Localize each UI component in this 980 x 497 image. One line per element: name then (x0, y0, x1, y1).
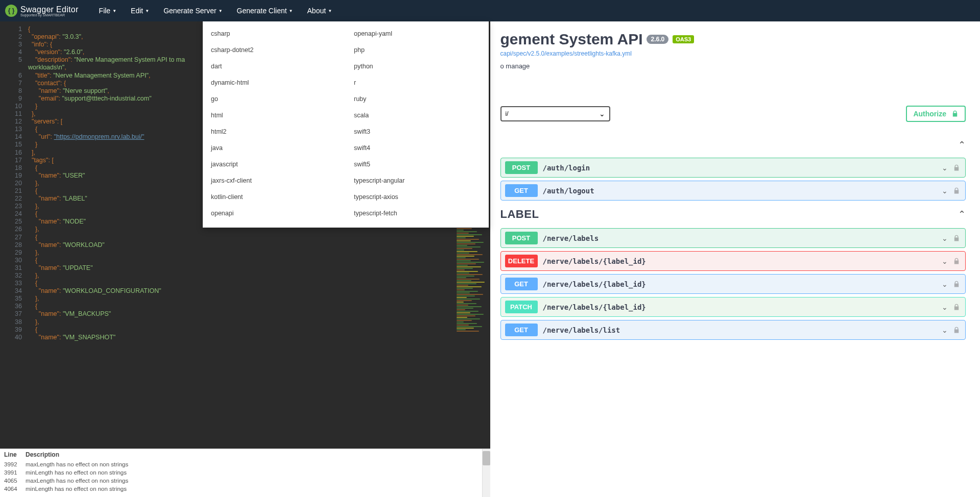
operation-path: /nerve/labels/{label_id} (543, 303, 646, 311)
code-line[interactable]: 32 }, (0, 272, 490, 280)
main-menu: File▼ Edit▼ Generate Server▼ Generate Cl… (99, 7, 332, 15)
chevron-down-icon[interactable]: ⌄ (942, 164, 948, 172)
dropdown-item-r[interactable]: r (346, 74, 489, 91)
dropdown-item-php[interactable]: php (346, 42, 489, 58)
errors-header: Line Description (0, 449, 490, 460)
lock-icon[interactable] (953, 327, 960, 334)
operation-delete--nerve-labels--label-id-[interactable]: DELETE/nerve/labels/{label_id}⌄ (500, 251, 966, 271)
code-line[interactable]: 37 "name": "VM_BACKUPS" (0, 310, 490, 318)
line-number: 13 (0, 126, 28, 133)
operation-controls: ⌄ (942, 187, 960, 195)
errors-col-desc: Description (26, 451, 59, 458)
error-desc: minLength has no effect on non strings (26, 486, 127, 492)
error-row[interactable]: 4065maxLength has no effect on non strin… (0, 477, 490, 485)
swagger-logo-icon: { } (5, 5, 17, 17)
code-line[interactable]: 39 { (0, 326, 490, 334)
errors-scrollbar[interactable] (482, 449, 490, 497)
dropdown-item-dart[interactable]: dart (203, 58, 346, 74)
dropdown-item-python[interactable]: python (346, 58, 489, 74)
menu-file[interactable]: File▼ (99, 7, 116, 15)
errors-scrollbar-thumb[interactable] (483, 451, 490, 465)
dropdown-item-openapi-yaml[interactable]: openapi-yaml (346, 26, 489, 42)
code-line[interactable]: 35 }, (0, 295, 490, 303)
chevron-down-icon: ▼ (112, 9, 116, 13)
error-row[interactable]: 3992maxLength has no effect on non strin… (0, 460, 490, 468)
lock-icon[interactable] (953, 258, 960, 265)
dropdown-item-typescript-angular[interactable]: typescript-angular (346, 172, 489, 189)
dropdown-item-swift4[interactable]: swift4 (346, 140, 489, 156)
tag-header[interactable]: ⌃ (500, 135, 966, 155)
lock-icon[interactable] (953, 304, 960, 311)
operation-get--nerve-labels--label-id-[interactable]: GET/nerve/labels/{label_id}⌄ (500, 274, 966, 294)
method-badge: GET (505, 184, 538, 197)
code-line[interactable]: 36 { (0, 303, 490, 310)
dropdown-item-go[interactable]: go (203, 91, 346, 107)
line-number: 22 (0, 195, 28, 203)
dropdown-item-openapi[interactable]: openapi (203, 205, 346, 221)
dropdown-item-csharp-dotnet2[interactable]: csharp-dotnet2 (203, 42, 346, 58)
chevron-down-icon[interactable]: ⌄ (942, 303, 948, 311)
dropdown-item-swift5[interactable]: swift5 (346, 156, 489, 172)
dropdown-item-java[interactable]: java (203, 140, 346, 156)
chevron-down-icon[interactable]: ⌄ (942, 257, 948, 265)
line-number: 35 (0, 295, 28, 303)
error-row[interactable]: 4064minLength has no effect on non strin… (0, 485, 490, 493)
operation-post--nerve-labels[interactable]: POST/nerve/labels⌄ (500, 228, 966, 248)
lock-icon[interactable] (953, 235, 960, 242)
code-line[interactable]: 38 }, (0, 318, 490, 326)
code-line[interactable]: 34 "name": "WORKLOAD_CONFIGURATION" (0, 287, 490, 295)
menu-about[interactable]: About▼ (307, 7, 332, 15)
code-line[interactable]: 29 }, (0, 249, 490, 257)
error-row[interactable]: 3991minLength has no effect on non strin… (0, 468, 490, 477)
error-desc: minLength has no effect on non strings (26, 469, 127, 476)
code-line[interactable]: 31 "name": "UPDATE" (0, 264, 490, 272)
menu-generate-client[interactable]: Generate Client▼ (237, 7, 293, 15)
dropdown-item-dynamic-html[interactable]: dynamic-html (203, 74, 346, 91)
dropdown-item-csharp[interactable]: csharp (203, 26, 346, 42)
authorize-button[interactable]: Authorize (906, 106, 966, 122)
method-badge: GET (505, 278, 538, 290)
menu-generate-server[interactable]: Generate Server▼ (163, 7, 222, 15)
code-line[interactable]: 33 { (0, 280, 490, 287)
chevron-down-icon[interactable]: ⌄ (942, 280, 948, 288)
dropdown-item-html2[interactable]: html2 (203, 123, 346, 140)
dropdown-item-swift3[interactable]: swift3 (346, 123, 489, 140)
code-line[interactable]: 27 { (0, 234, 490, 241)
error-line: 3992 (4, 461, 26, 467)
spec-url-link[interactable]: capi/spec/v2.5.0/examples/streetlights-k… (500, 50, 966, 57)
line-number: 18 (0, 164, 28, 172)
operation-controls: ⌄ (942, 303, 960, 311)
code-line[interactable]: 30 { (0, 257, 490, 264)
line-number: 33 (0, 280, 28, 287)
chevron-up-icon: ⌃ (958, 139, 966, 151)
menu-edit[interactable]: Edit▼ (131, 7, 149, 15)
dropdown-item-jaxrs-cxf-client[interactable]: jaxrs-cxf-client (203, 172, 346, 189)
logo-text-wrap: Swagger Editor Supported by SMARTBEAR (20, 5, 79, 17)
chevron-down-icon[interactable]: ⌄ (942, 326, 948, 334)
dropdown-item-typescript-axios[interactable]: typescript-axios (346, 189, 489, 205)
operation-post--auth-login[interactable]: POST/auth/login⌄ (500, 158, 966, 178)
line-number: 34 (0, 287, 28, 295)
operation-patch--nerve-labels--label-id-[interactable]: PATCH/nerve/labels/{label_id}⌄ (500, 297, 966, 317)
chevron-down-icon[interactable]: ⌄ (942, 187, 948, 195)
chevron-down-icon[interactable]: ⌄ (942, 234, 948, 242)
topbar: { } Swagger Editor Supported by SMARTBEA… (0, 0, 980, 21)
code-line[interactable]: 28 "name": "WORKLOAD" (0, 241, 490, 249)
code-line[interactable]: 40 "name": "VM_SNAPSHOT" (0, 334, 490, 341)
lock-icon[interactable] (953, 164, 960, 171)
dropdown-item-scala[interactable]: scala (346, 107, 489, 123)
lock-icon[interactable] (953, 281, 960, 288)
server-select[interactable]: i/ (500, 106, 610, 121)
dropdown-item-javascript[interactable]: javascript (203, 156, 346, 172)
swagger-ui-pane[interactable]: gement System API 2.6.0 OAS3 capi/spec/v… (490, 21, 981, 497)
operation-get--nerve-labels-list[interactable]: GET/nerve/labels/list⌄ (500, 320, 966, 340)
line-number: 9 (0, 95, 28, 103)
lock-icon[interactable] (953, 187, 960, 194)
operation-get--auth-logout[interactable]: GET/auth/logout⌄ (500, 181, 966, 201)
dropdown-item-typescript-fetch[interactable]: typescript-fetch (346, 205, 489, 221)
dropdown-item-kotlin-client[interactable]: kotlin-client (203, 189, 346, 205)
dropdown-item-html[interactable]: html (203, 107, 346, 123)
error-line: 3991 (4, 469, 26, 476)
tag-header-label[interactable]: LABEL⌃ (500, 204, 966, 225)
dropdown-item-ruby[interactable]: ruby (346, 91, 489, 107)
